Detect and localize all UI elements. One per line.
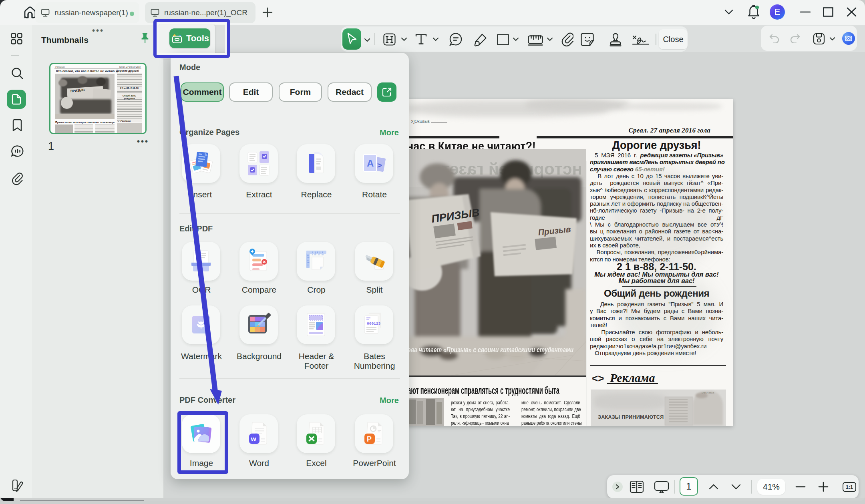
svg-text:P: P — [367, 435, 372, 443]
svg-text:A: A — [196, 253, 201, 260]
svg-text:A: A — [367, 158, 374, 169]
svg-text:ева читает «Призыв» с своими к: ева читает «Призыв» с своими китайскими … — [408, 345, 573, 354]
svg-text:>: > — [377, 161, 382, 170]
svg-text:000123: 000123 — [367, 321, 381, 326]
svg-text:w: w — [251, 435, 257, 443]
